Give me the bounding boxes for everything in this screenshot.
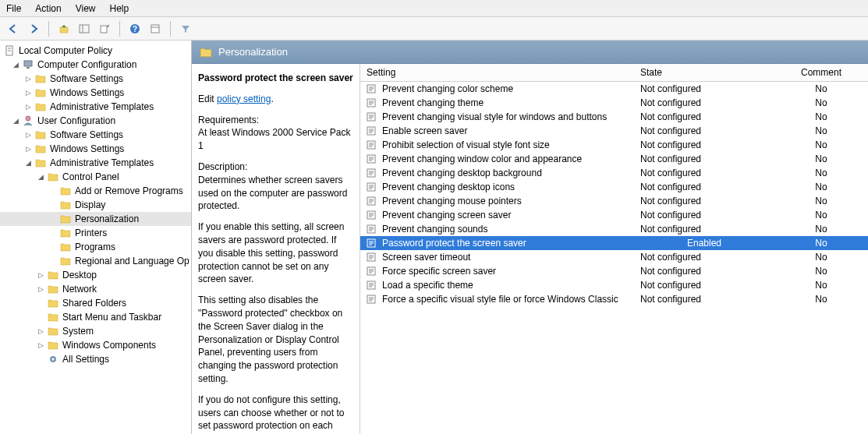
setting-row[interactable]: Prevent changing desktop iconsNot config… [360,180,868,194]
expander-icon[interactable]: ▷ [23,130,33,139]
tree-cp-display[interactable]: Display [0,198,191,212]
tree-uc-windows[interactable]: ▷Windows Settings [0,142,191,156]
tree-desktop[interactable]: ▷Desktop [0,268,191,282]
expander-icon[interactable]: ◢ [36,172,45,182]
tree-cp-addremove[interactable]: Add or Remove Programs [0,184,191,198]
user-icon [22,115,34,126]
navigation-tree[interactable]: Local Computer Policy ◢ Computer Configu… [0,41,192,434]
tree-cp-printers[interactable]: Printers [0,226,191,240]
expander-icon[interactable]: ▷ [23,102,33,111]
setting-row[interactable]: Prevent changing desktop backgroundNot c… [360,166,868,180]
expander-icon[interactable]: ▷ [36,284,45,294]
policy-item-icon [367,281,377,290]
folder-icon [34,73,47,84]
up-button[interactable] [55,20,73,37]
setting-row[interactable]: Prevent changing visual style for window… [360,110,868,124]
tree-cp-personalization[interactable]: Personalization [0,212,191,226]
tree-all-settings[interactable]: All Settings [0,352,191,366]
setting-comment: No [774,194,868,208]
tree-user-config[interactable]: ◢ User Configuration [0,114,191,128]
setting-row[interactable]: Enable screen saverNot configuredNo [360,124,868,138]
edit-prefix: Edit [198,94,217,104]
menu-file[interactable]: File [6,3,21,14]
setting-name: Force a specific visual style file or fo… [382,294,618,305]
setting-row[interactable]: Screen saver timeoutNot configuredNo [360,250,868,264]
tree-label: Windows Components [62,339,156,351]
edit-policy-link[interactable]: policy setting [217,94,271,104]
tree-cp-programs[interactable]: Programs [0,240,191,254]
expander-icon[interactable]: ▷ [36,270,45,280]
expander-icon[interactable]: ▷ [23,88,33,97]
svg-rect-3 [101,26,107,33]
svg-rect-0 [60,27,68,33]
tree-root[interactable]: Local Computer Policy [0,44,191,58]
tree-uc-software[interactable]: ▷Software Settings [0,128,191,142]
setting-row[interactable]: Prohibit selection of visual style font … [360,138,868,152]
setting-row[interactable]: Prevent changing soundsNot configuredNo [360,222,868,236]
expander-icon[interactable]: ▷ [23,144,33,153]
tree-shared-folders[interactable]: Shared Folders [0,296,191,310]
policy-item-icon [367,210,377,220]
tree-label: Add or Remove Programs [75,185,183,197]
setting-comment: No [774,208,868,222]
folder-icon [47,270,59,281]
setting-row[interactable]: Prevent changing themeNot configuredNo [360,96,868,110]
menu-view[interactable]: View [76,3,96,14]
policy-item-icon [367,252,377,262]
column-state[interactable]: State [634,64,774,82]
svg-rect-12 [27,67,30,69]
setting-row[interactable]: Prevent changing mouse pointersNot confi… [360,194,868,208]
content-header: Personalization [192,41,868,64]
setting-row[interactable]: Prevent changing color schemeNot configu… [360,82,868,97]
tree-uc-admin[interactable]: ◢Administrative Templates [0,156,191,170]
setting-state: Not configured [634,82,774,97]
setting-state: Not configured [634,208,774,222]
setting-row[interactable]: Prevent changing screen saverNot configu… [360,208,868,222]
tree-computer-config[interactable]: ◢ Computer Configuration [0,58,191,72]
setting-row[interactable]: Password protect the screen saverEnabled… [360,236,868,250]
properties-button[interactable] [147,20,164,37]
setting-state: Not configured [634,166,774,180]
export-button[interactable] [96,20,113,37]
selected-setting-title: Password protect the screen saver [198,72,353,85]
filter-button[interactable] [177,20,194,37]
folder-icon [47,312,59,323]
expander-icon[interactable]: ◢ [11,60,20,69]
menu-help[interactable]: Help [110,3,129,14]
setting-name: Prevent changing visual style for window… [382,111,607,122]
tree-network[interactable]: ▷Network [0,282,191,296]
setting-state: Not configured [634,194,774,208]
tree-cp-regional[interactable]: Regional and Language Op [0,254,191,268]
tree-cc-software[interactable]: ▷Software Settings [0,72,191,86]
menu-action[interactable]: Action [35,3,61,14]
setting-state: Enabled [634,236,774,250]
svg-point-13 [26,116,30,121]
column-comment[interactable]: Comment [774,64,868,82]
tree-cc-windows[interactable]: ▷Windows Settings [0,86,191,100]
tree-cc-admin[interactable]: ▷Administrative Templates [0,100,191,114]
expander-icon[interactable]: ▷ [23,74,33,83]
setting-row[interactable]: Prevent changing window color and appear… [360,152,868,166]
settings-list[interactable]: Setting State Comment Prevent changing c… [360,64,868,434]
expander-icon[interactable]: ▷ [36,326,45,336]
forward-button[interactable] [25,20,42,37]
setting-comment: No [774,222,868,236]
tree-system[interactable]: ▷System [0,324,191,338]
show-hide-tree-button[interactable] [76,20,93,37]
tree-windows-components[interactable]: ▷Windows Components [0,338,191,352]
setting-row[interactable]: Load a specific themeNot configuredNo [360,278,868,292]
tree-start-menu[interactable]: Start Menu and Taskbar [0,310,191,324]
expander-icon[interactable]: ▷ [36,340,45,350]
column-setting[interactable]: Setting [360,64,634,82]
expander-icon[interactable]: ◢ [11,116,20,125]
help-button[interactable]: ? [126,20,143,37]
policy-item-icon [367,126,377,136]
setting-row[interactable]: Force a specific visual style file or fo… [360,292,868,306]
back-button[interactable] [5,20,22,37]
expander-icon[interactable]: ◢ [23,158,33,168]
tree-control-panel[interactable]: ◢Control Panel [0,170,191,184]
setting-row[interactable]: Force specific screen saverNot configure… [360,264,868,278]
setting-state: Not configured [634,180,774,194]
tree-label: Network [62,283,97,295]
policy-item-icon [367,84,377,94]
